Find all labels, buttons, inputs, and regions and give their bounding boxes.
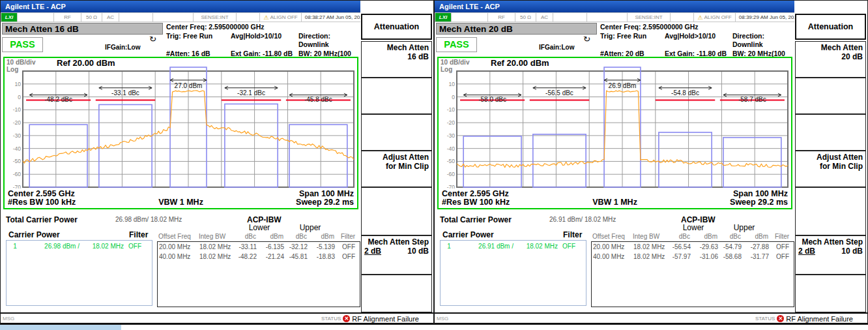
- upper-group-header: Upper: [719, 223, 770, 232]
- svg-text:26.9 dBm: 26.9 dBm: [609, 82, 637, 89]
- offset-row: 40.00 MHz18.02 MHz -48.22-21.24 -45.81-1…: [158, 252, 361, 262]
- taskbar-fragment: [0, 325, 121, 330]
- lxi-badge: LXI: [1, 12, 18, 22]
- offset-table: Lower Upper Offset Freq Integ BW dBc dBm…: [157, 223, 360, 307]
- svg-text:-70: -70: [13, 184, 22, 188]
- carrier-power-value: 26.91 dBm /: [457, 243, 514, 250]
- col-upper-dbc: dBc: [719, 232, 742, 241]
- spectrum-display: 10 dB/div Log Ref 20.00 dBm 100-10-20-30…: [437, 57, 792, 209]
- softkey-blank[interactable]: [361, 275, 432, 312]
- col-integ-bw: Integ BW: [197, 232, 234, 241]
- svg-text:-50: -50: [447, 158, 456, 164]
- svg-text:-60: -60: [13, 171, 22, 177]
- msg-label: MSG: [3, 316, 14, 322]
- res-bw-annotation: #Res BW 100 kHz: [8, 198, 123, 207]
- svg-text:-20: -20: [13, 119, 22, 126]
- coupling-indicator: AC: [102, 12, 119, 22]
- upper-group-header: Upper: [285, 223, 336, 232]
- col-offset-freq: Offset Freq: [157, 232, 197, 241]
- error-icon: ✕: [777, 315, 784, 322]
- res-bw-annotation: #Res BW 100 kHz: [442, 198, 557, 207]
- svg-text:-10: -10: [13, 106, 22, 113]
- step-option-2db[interactable]: 2 dB: [364, 247, 381, 256]
- status-label: STATUS: [755, 316, 775, 322]
- step-option-10db[interactable]: 10 dB: [407, 247, 429, 256]
- carrier-bw-value: 18.02 MHz: [80, 243, 124, 250]
- carrier-power-header: Carrier Power: [8, 230, 60, 239]
- offset-row: 20.00 MHz18.02 MHz -56.54-29.63 -54.79-2…: [592, 242, 795, 252]
- svg-text:-58.0 dBc: -58.0 dBc: [478, 96, 506, 103]
- carrier-power-table: 1 26.98 dBm / 18.02 MHz OFF: [6, 240, 152, 306]
- sweep-time-annotation: Sweep 29.2 ms: [673, 198, 788, 207]
- measurement-title-bar: Mech Atten 16 dB: [2, 23, 163, 35]
- continuous-sweep-icon: ↻: [583, 35, 591, 44]
- scale-per-div-label: 10 dB/div: [7, 59, 35, 66]
- svg-text:-33.1 dBc: -33.1 dBc: [111, 89, 139, 97]
- carrier-index: 1: [441, 243, 457, 250]
- message-bar: MSG STATUS ✕ RF Alignment Failure: [1, 312, 433, 324]
- analyzer-panel-16db: Agilent LTE - ACP LXI RF 50 Ω AC SENSE:I…: [0, 0, 434, 325]
- svg-text:-50: -50: [13, 158, 22, 164]
- svg-text:-48.2 dBc: -48.2 dBc: [44, 96, 72, 103]
- carrier-filter-value: OFF: [558, 243, 580, 250]
- carrier-row: 1 26.98 dBm / 18.02 MHz OFF: [7, 241, 152, 250]
- svg-text:10: 10: [15, 81, 22, 87]
- pass-indicator: PASS: [2, 37, 43, 52]
- softkey-adjust-atten[interactable]: Adjust Atten for Min Clip: [795, 151, 866, 187]
- softkey-mech-atten[interactable]: Mech Atten 20 dB: [795, 41, 866, 78]
- softkey-mech-atten[interactable]: Mech Atten 16 dB: [361, 41, 432, 78]
- warning-icon: ⚠: [263, 14, 268, 21]
- col-upper-dbc: dBc: [285, 232, 308, 241]
- impedance-indicator: 50 Ω: [515, 12, 536, 22]
- offset-row: 20.00 MHz18.02 MHz -33.11-6.135 -32.12-5…: [158, 242, 361, 252]
- col-lower-dbc: dBc: [234, 232, 257, 241]
- softkey-mech-atten-step[interactable]: Mech Atten Step 2 dB 10 dB: [361, 235, 432, 275]
- step-option-10db[interactable]: 10 dB: [841, 247, 863, 256]
- softkey-adjust-atten[interactable]: Adjust Atten for Min Clip: [361, 151, 432, 187]
- softkey-blank[interactable]: [361, 78, 432, 114]
- span-annotation: Span 100 MHz: [299, 189, 354, 198]
- svg-text:10: 10: [449, 81, 456, 87]
- svg-text:-70: -70: [447, 184, 456, 188]
- softkey-mech-atten-step[interactable]: Mech Atten Step 2 dB 10 dB: [795, 235, 866, 275]
- carrier-bw-value: 18.02 MHz: [514, 243, 558, 250]
- softkey-label: Mech Atten: [798, 43, 863, 52]
- softkey-blank[interactable]: [795, 78, 866, 114]
- softkey-blank[interactable]: [361, 187, 432, 235]
- status-blank: [237, 12, 260, 22]
- softkey-blank[interactable]: [795, 114, 866, 151]
- offset-table: Lower Upper Offset Freq Integ BW dBc dBm…: [591, 223, 794, 307]
- svg-text:-56.5 dBc: -56.5 dBc: [545, 89, 573, 97]
- spectrum-plot: 100-10-20-30-40-50-60-70-58.0 dBc-56.5 d…: [439, 66, 791, 188]
- align-off-label: ALIGN OFF: [270, 14, 297, 20]
- softkey-menu: Attenuation Mech Atten 20 dB Adjust Atte…: [794, 1, 867, 312]
- sense-indicator: SENSE:INT: [628, 12, 671, 22]
- sweep-time-annotation: Sweep 29.2 ms: [239, 198, 354, 207]
- rf-indicator: RF: [488, 12, 515, 22]
- svg-text:-32.1 dBc: -32.1 dBc: [237, 89, 265, 97]
- svg-text:-40: -40: [447, 145, 456, 152]
- error-icon: ✕: [343, 315, 350, 322]
- align-off-indicator: ⚠ALIGN OFF: [260, 12, 302, 22]
- softkey-blank[interactable]: [795, 187, 866, 235]
- svg-text:-58.7 dBc: -58.7 dBc: [738, 96, 766, 103]
- impedance-indicator: 50 Ω: [81, 12, 102, 22]
- col-lower-dbm: dBm: [691, 232, 719, 241]
- softkey-blank[interactable]: [795, 275, 866, 312]
- col-filter: Filter: [336, 232, 360, 241]
- message-bar: MSG STATUS ✕ RF Alignment Failure: [435, 312, 867, 324]
- status-blank: [18, 12, 54, 22]
- warning-icon: ⚠: [697, 14, 702, 21]
- status-blank: [671, 12, 694, 22]
- softkey-label: Mech Atten Step: [364, 237, 429, 247]
- step-option-2db[interactable]: 2 dB: [798, 247, 815, 256]
- lower-group-header: Lower: [668, 223, 719, 232]
- softkey-label: for Min Clip: [798, 162, 863, 171]
- carrier-index: 1: [7, 243, 23, 250]
- softkey-blank[interactable]: [361, 114, 432, 151]
- offset-table-data: 20.00 MHz18.02 MHz -56.54-29.63 -54.79-2…: [591, 241, 794, 307]
- spectrum-plot: 100-10-20-30-40-50-60-70-48.2 dBc-33.1 d…: [5, 66, 357, 188]
- svg-text:0: 0: [452, 94, 455, 100]
- svg-text:-10: -10: [447, 106, 456, 113]
- offset-row: 40.00 MHz18.02 MHz -57.97-31.06 -58.68-3…: [592, 252, 795, 262]
